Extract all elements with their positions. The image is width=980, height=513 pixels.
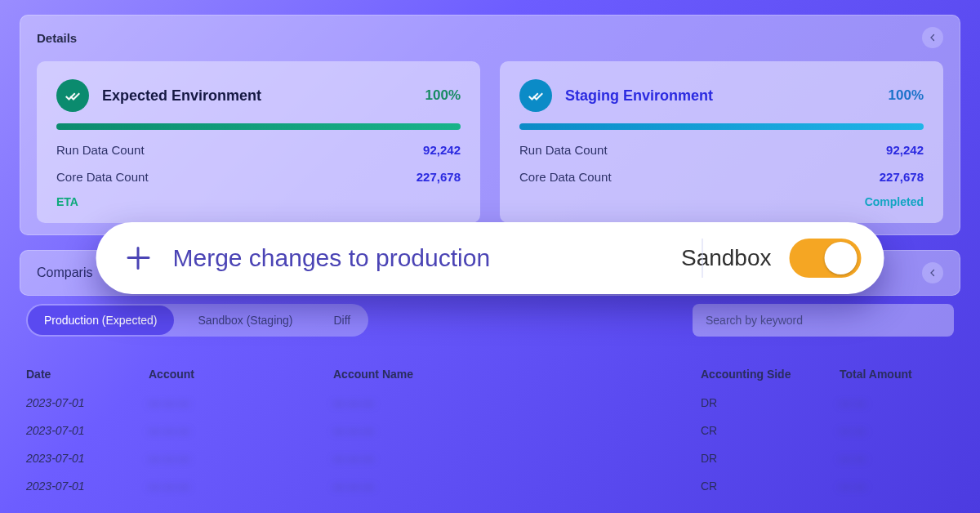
expected-environment-card: Expected Environment 100% Run Data Count…	[37, 61, 480, 223]
search-input[interactable]: Search by keyword	[693, 304, 954, 337]
cell-date: 2023-07-01	[20, 389, 142, 417]
core-data-label: Core Data Count	[56, 170, 149, 184]
cell-amount: — —	[833, 389, 960, 417]
progress-bar	[519, 123, 924, 130]
sandbox-label: Sandbox	[681, 245, 772, 271]
merge-button[interactable]: Merge changes to production	[126, 244, 660, 272]
percent-complete: 100%	[889, 87, 924, 104]
run-data-value: 92,242	[423, 143, 461, 157]
cell-account: — — —	[142, 472, 327, 500]
merge-label: Merge changes to production	[173, 244, 491, 272]
cell-side: DR	[694, 389, 833, 417]
tab-production[interactable]: Production (Expected)	[28, 306, 174, 335]
cell-side: CR	[694, 472, 833, 500]
cell-account: — — —	[142, 444, 327, 472]
cell-side: CR	[694, 417, 833, 444]
journal-table: Date Account Account Name Accounting Sid…	[20, 359, 960, 500]
cell-side: DR	[694, 444, 833, 472]
percent-complete: 100%	[425, 87, 461, 104]
plus-icon	[126, 245, 152, 271]
chevron-left-icon	[928, 33, 938, 42]
cell-amount: — —	[833, 472, 960, 500]
tab-diff[interactable]: Diff	[318, 306, 368, 335]
run-data-value: 92,242	[886, 143, 924, 157]
toggle-knob	[825, 242, 858, 274]
double-check-icon	[519, 79, 552, 112]
double-check-icon	[56, 79, 89, 112]
cell-date: 2023-07-01	[20, 417, 142, 444]
col-accounting-side: Accounting Side	[694, 359, 833, 389]
core-data-label: Core Data Count	[519, 170, 612, 184]
table-row[interactable]: 2023-07-01— — —— — —CR— —	[20, 472, 960, 500]
table-row[interactable]: 2023-07-01— — —— — —DR— —	[20, 389, 960, 417]
tab-sandbox[interactable]: Sandbox (Staging)	[182, 306, 310, 335]
details-title: Details	[37, 31, 77, 45]
cell-account-name: — — —	[327, 472, 694, 500]
cell-date: 2023-07-01	[20, 444, 142, 472]
card-title: Staging Environment	[565, 87, 713, 105]
eta-label: ETA	[56, 195, 461, 208]
core-data-value: 227,678	[880, 170, 924, 184]
core-data-value: 227,678	[416, 170, 461, 184]
comparison-collapse-button[interactable]	[922, 262, 943, 283]
environment-tabs: Production (Expected) Sandbox (Staging) …	[26, 304, 368, 337]
eta-label: Completed	[519, 195, 924, 208]
col-total-amount: Total Amount	[833, 359, 960, 389]
progress-bar	[56, 123, 461, 130]
comparison-title: Comparis	[37, 265, 92, 280]
cell-date: 2023-07-01	[20, 472, 142, 500]
col-date: Date	[20, 359, 142, 389]
cell-account: — — —	[142, 389, 327, 417]
col-account: Account	[142, 359, 327, 389]
run-data-label: Run Data Count	[519, 143, 608, 157]
cell-account-name: — — —	[327, 444, 694, 472]
table-row[interactable]: 2023-07-01— — —— — —CR— —	[20, 417, 960, 444]
cell-account-name: — — —	[327, 417, 694, 444]
cell-account: — — —	[142, 417, 327, 444]
card-title: Expected Environment	[102, 87, 261, 105]
details-collapse-button[interactable]	[922, 27, 943, 48]
merge-dialog: Merge changes to production Sandbox	[96, 222, 884, 294]
run-data-label: Run Data Count	[56, 143, 145, 157]
col-account-name: Account Name	[327, 359, 694, 389]
cell-amount: — —	[833, 417, 960, 444]
staging-environment-card: Staging Environment 100% Run Data Count …	[500, 61, 943, 223]
sandbox-toggle[interactable]	[790, 239, 862, 278]
cell-amount: — —	[833, 444, 960, 472]
details-panel: Details Expected Environment 100%	[20, 15, 960, 235]
chevron-left-icon	[928, 268, 938, 278]
cell-account-name: — — —	[327, 389, 694, 417]
table-row[interactable]: 2023-07-01— — —— — —DR— —	[20, 444, 960, 472]
